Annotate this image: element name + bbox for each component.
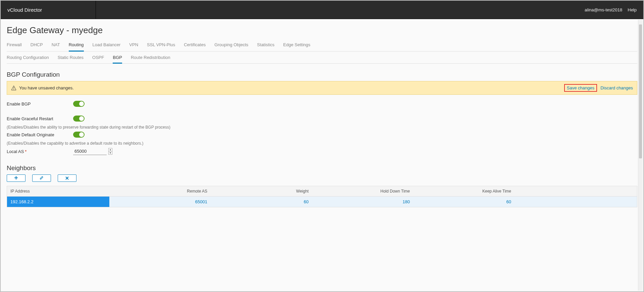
scrollbar-thumb[interactable]	[639, 24, 642, 158]
enable-graceful-restart-label: Enable Graceful Restart	[7, 116, 71, 121]
unsaved-changes-alert: You have unsaved changes. Save changes D…	[7, 81, 637, 95]
col-weight[interactable]: Weight	[211, 186, 312, 196]
subtab-routing-config[interactable]: Routing Configuration	[7, 55, 49, 63]
enable-default-originate-label: Enable Default Originate	[7, 132, 71, 137]
stepper-down-icon[interactable]: ▼	[109, 152, 112, 155]
tab-statistics[interactable]: Statistics	[257, 40, 274, 51]
add-neighbor-button[interactable]	[7, 174, 25, 182]
svg-point-1	[13, 89, 14, 89]
stepper-up-icon[interactable]: ▲	[109, 148, 112, 152]
subtab-bgp[interactable]: BGP	[113, 55, 122, 64]
enable-graceful-restart-toggle[interactable]	[73, 116, 85, 122]
tab-vpn[interactable]: VPN	[129, 40, 138, 51]
col-hold-down-time[interactable]: Hold Down Time	[312, 186, 413, 196]
col-ip-address[interactable]: IP Address	[7, 186, 109, 196]
cell-keep: 60	[413, 197, 515, 207]
cell-remote-as: 65001	[109, 197, 211, 207]
tab-certificates[interactable]: Certificates	[184, 40, 206, 51]
local-as-label: Local AS*	[7, 149, 71, 154]
save-changes-button[interactable]: Save changes	[564, 84, 597, 92]
topbar-divider	[96, 1, 96, 19]
edit-icon	[40, 175, 44, 181]
user-menu[interactable]: alina@ms-test2018	[585, 7, 622, 12]
page-title: Edge Gateway - myedge	[7, 25, 637, 35]
enable-bgp-toggle[interactable]	[73, 101, 85, 107]
plus-icon	[14, 175, 18, 181]
discard-changes-button[interactable]: Discard changes	[600, 85, 633, 90]
neighbors-table: IP Address Remote AS Weight Hold Down Ti…	[7, 186, 637, 207]
enable-bgp-label: Enable BGP	[7, 101, 71, 106]
default-originate-help: (Enables/Disables the capability to adve…	[7, 141, 637, 146]
tabs-primary: Firewall DHCP NAT Routing Load Balancer …	[7, 40, 637, 52]
tabs-secondary: Routing Configuration Static Routes OSPF…	[7, 52, 637, 64]
cell-hold: 180	[312, 197, 413, 207]
tab-dhcp[interactable]: DHCP	[31, 40, 43, 51]
topbar: vCloud Director alina@ms-test2018 Help	[1, 1, 643, 19]
subtab-route-redistribution[interactable]: Route Redistribution	[131, 55, 170, 63]
col-keep-alive-time[interactable]: Keep Alive Time	[413, 186, 515, 196]
delete-neighbor-button[interactable]	[58, 174, 76, 182]
edit-neighbor-button[interactable]	[32, 174, 51, 182]
cell-weight: 60	[211, 197, 312, 207]
tab-edge-settings[interactable]: Edge Settings	[283, 40, 310, 51]
alert-message: You have unsaved changes.	[19, 85, 74, 90]
tab-nat[interactable]: NAT	[52, 40, 60, 51]
table-header: IP Address Remote AS Weight Hold Down Ti…	[7, 186, 637, 197]
required-asterisk: *	[25, 149, 26, 154]
close-icon	[65, 175, 69, 181]
table-row[interactable]: 192.168.2.2 65001 60 180 60	[7, 197, 637, 207]
tab-load-balancer[interactable]: Load Balancer	[93, 40, 121, 51]
enable-default-originate-toggle[interactable]	[73, 132, 85, 138]
graceful-restart-help: (Enables/Disables the ability to preserv…	[7, 125, 637, 130]
help-link[interactable]: Help	[628, 7, 637, 12]
col-remote-as[interactable]: Remote AS	[109, 186, 211, 196]
vertical-scrollbar[interactable]	[638, 20, 643, 291]
section-title-neighbors: Neighbors	[7, 164, 637, 172]
local-as-input[interactable]	[73, 148, 107, 155]
tab-grouping-objects[interactable]: Grouping Objects	[214, 40, 248, 51]
brand-title: vCloud Director	[7, 7, 49, 13]
tab-firewall[interactable]: Firewall	[7, 40, 22, 51]
cell-ip: 192.168.2.2	[7, 197, 109, 207]
tab-routing[interactable]: Routing	[69, 40, 84, 52]
warning-icon	[11, 85, 16, 91]
subtab-ospf[interactable]: OSPF	[92, 55, 104, 63]
subtab-static-routes[interactable]: Static Routes	[58, 55, 84, 63]
content-area: Edge Gateway - myedge Firewall DHCP NAT …	[1, 19, 643, 291]
app-root: vCloud Director alina@ms-test2018 Help E…	[1, 1, 643, 291]
tab-ssl-vpn-plus[interactable]: SSL VPN-Plus	[147, 40, 175, 51]
section-title-bgp-config: BGP Configuration	[7, 71, 637, 78]
local-as-stepper[interactable]: ▲ ▼	[108, 148, 112, 155]
